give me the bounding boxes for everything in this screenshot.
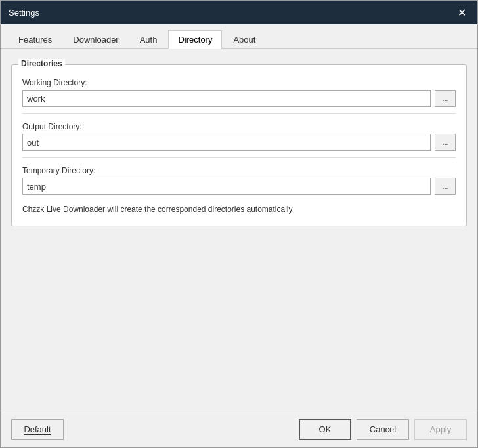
divider-1 <box>22 113 456 114</box>
footer-left: Default <box>11 419 64 440</box>
tab-directory[interactable]: Directory <box>168 30 222 49</box>
temporary-directory-browse-button[interactable]: ... <box>435 178 456 195</box>
directories-group: Directories Working Directory: ... Outpu… <box>11 64 467 226</box>
tab-features[interactable]: Features <box>9 30 62 49</box>
footer: Default OK Cancel Apply <box>1 411 477 447</box>
close-button[interactable]: ✕ <box>454 5 469 20</box>
working-directory-browse-button[interactable]: ... <box>435 90 456 107</box>
output-directory-row: ... <box>22 134 456 151</box>
working-directory-group: Working Directory: ... <box>22 78 456 107</box>
info-text: Chzzk Live Downloader will create the co… <box>22 204 456 215</box>
tab-bar: Features Downloader Auth Directory About <box>1 24 477 49</box>
temporary-directory-group: Temporary Directory: ... <box>22 166 456 195</box>
working-directory-input[interactable] <box>22 90 431 107</box>
group-title: Directories <box>18 59 65 68</box>
output-directory-label: Output Directory: <box>22 122 456 131</box>
default-button[interactable]: Default <box>11 419 64 440</box>
temporary-directory-label: Temporary Directory: <box>22 166 456 175</box>
content-area: Directories Working Directory: ... Outpu… <box>1 49 477 411</box>
output-directory-group: Output Directory: ... <box>22 122 456 151</box>
working-directory-label: Working Directory: <box>22 78 456 87</box>
tab-about[interactable]: About <box>223 30 265 49</box>
temporary-directory-row: ... <box>22 178 456 195</box>
output-directory-browse-button[interactable]: ... <box>435 134 456 151</box>
output-directory-input[interactable] <box>22 134 431 151</box>
apply-button: Apply <box>414 419 467 440</box>
tab-downloader[interactable]: Downloader <box>63 30 128 49</box>
temporary-directory-input[interactable] <box>22 178 431 195</box>
settings-window: Settings ✕ Features Downloader Auth Dire… <box>0 0 478 448</box>
footer-right: OK Cancel Apply <box>299 419 467 440</box>
window-title: Settings <box>9 8 39 18</box>
cancel-button[interactable]: Cancel <box>357 419 409 440</box>
working-directory-row: ... <box>22 90 456 107</box>
divider-2 <box>22 157 456 158</box>
tab-auth[interactable]: Auth <box>130 30 167 49</box>
title-bar: Settings ✕ <box>1 1 477 24</box>
ok-button[interactable]: OK <box>299 419 351 440</box>
